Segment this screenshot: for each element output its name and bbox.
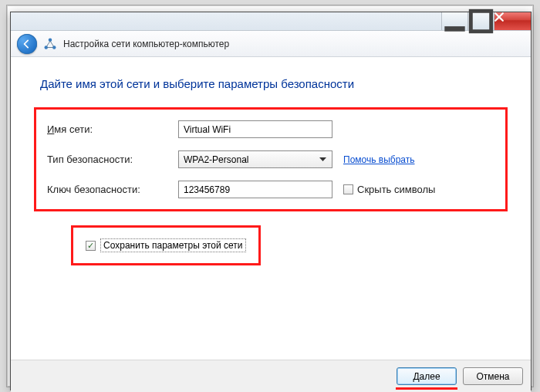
next-button[interactable]: Далее <box>397 367 457 385</box>
save-params-label: Сохранить параметры этой сети <box>100 238 246 252</box>
checkbox-icon <box>343 184 353 194</box>
row-security-key: Ключ безопасности: Скрыть символы <box>47 181 494 198</box>
hide-characters-label: Скрыть символы <box>357 184 435 195</box>
wizard-body: Дайте имя этой сети и выберите параметры… <box>11 57 531 360</box>
security-key-input[interactable] <box>178 181 332 198</box>
window-title: Настройка сети компьютер-компьютер <box>63 39 229 49</box>
chevron-down-icon <box>316 153 329 166</box>
save-params-highlight: Сохранить параметры этой сети <box>71 225 261 265</box>
svg-rect-0 <box>444 26 464 32</box>
network-name-input[interactable] <box>178 120 332 138</box>
back-button[interactable] <box>17 34 37 54</box>
titlebar <box>11 12 531 31</box>
maximize-button[interactable] <box>467 12 494 30</box>
header-bar: Настройка сети компьютер-компьютер <box>11 31 531 57</box>
row-security-type: Тип безопасности: WPA2-Personal Помочь в… <box>47 150 494 168</box>
network-name-label: Имя сети: <box>47 123 178 135</box>
security-key-label: Ключ безопасности: <box>47 184 178 195</box>
form-highlight: Имя сети: Тип безопасности: WPA2-Persona… <box>34 107 508 211</box>
hide-characters-checkbox[interactable]: Скрыть символы <box>343 184 435 195</box>
page-heading: Дайте имя этой сети и выберите параметры… <box>40 77 508 90</box>
close-button[interactable] <box>494 12 531 30</box>
security-type-value: WPA2-Personal <box>184 154 248 165</box>
minimize-button[interactable] <box>441 12 467 30</box>
footer-bar: Далее Отмена <box>11 360 531 392</box>
security-type-label: Тип безопасности: <box>47 154 178 165</box>
help-choose-link[interactable]: Помочь выбрать <box>343 154 415 165</box>
network-icon <box>43 37 57 51</box>
svg-rect-1 <box>471 11 491 31</box>
cancel-button[interactable]: Отмена <box>463 367 523 385</box>
security-type-select[interactable]: WPA2-Personal <box>178 150 332 168</box>
save-params-checkbox[interactable] <box>86 241 96 251</box>
row-network-name: Имя сети: <box>47 120 494 138</box>
wizard-window: Настройка сети компьютер-компьютер Дайте… <box>10 12 532 390</box>
